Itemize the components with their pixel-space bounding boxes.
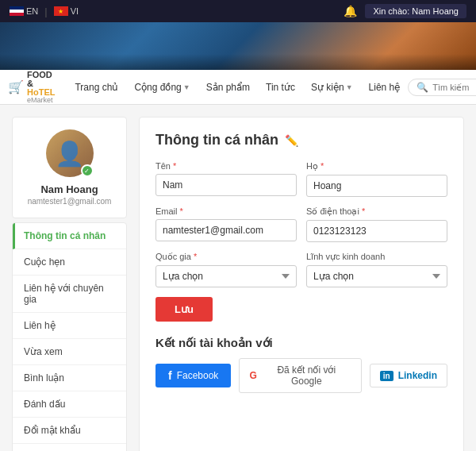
nav-home[interactable]: Trang chủ: [67, 70, 126, 105]
nav-contact[interactable]: Liên hệ: [361, 70, 409, 105]
last-name-group: Họ *: [306, 161, 447, 197]
chevron-down-icon: ▼: [183, 83, 190, 91]
sidebar-item-logout[interactable]: Đăng xuất: [13, 444, 126, 451]
logo-food: FOOD & HoTEL: [27, 71, 55, 97]
sidebar-menu: Thông tin cá nhân Cuộc hẹn Liên hệ với c…: [12, 222, 127, 451]
chevron-down-icon-2: ▼: [346, 83, 353, 91]
search-bar[interactable]: 🔍: [408, 79, 476, 96]
phone-group: Số điện thoại *: [306, 206, 447, 242]
phone-input[interactable]: [306, 220, 447, 242]
sidebar-item-change-password[interactable]: Đổi mật khẩu: [13, 418, 126, 444]
connect-title: Kết nối tài khoản với: [155, 336, 447, 350]
google-connect-button[interactable]: G Đã kết nối với Google: [239, 358, 361, 393]
email-group: Email *: [155, 206, 297, 242]
verified-badge: ✓: [81, 164, 94, 177]
sidebar-item-contact[interactable]: Liên hệ: [13, 313, 126, 339]
lang-en[interactable]: EN: [10, 6, 38, 16]
linkedin-icon: in: [380, 371, 393, 381]
first-name-input[interactable]: [155, 174, 297, 196]
phone-label: Số điện thoại *: [306, 206, 447, 217]
nav-events[interactable]: Sự kiện▼: [303, 70, 361, 105]
nav-community[interactable]: Cộng đồng▼: [126, 70, 198, 105]
profile-name: Nam Hoang: [21, 183, 118, 195]
navigation: 🛒 FOOD & HoTEL eMarket Trang chủ Cộng đồ…: [0, 70, 476, 105]
nav-items: Trang chủ Cộng đồng▼ Sản phẩm Tin tức Sự…: [67, 70, 408, 105]
sidebar-item-appointments[interactable]: Cuộc hẹn: [13, 249, 126, 276]
sidebar: ✓ Nam Hoang namtester1@gmail.com Thông t…: [12, 117, 127, 451]
country-industry-row: Quốc gia * Lựa chọn Lĩnh vực kinh doanh …: [155, 252, 447, 287]
email-label: Email *: [155, 206, 297, 216]
profile-card: ✓ Nam Hoang namtester1@gmail.com: [12, 117, 127, 218]
main-layout: ✓ Nam Hoang namtester1@gmail.com Thông t…: [0, 105, 476, 451]
nav-news[interactable]: Tin tức: [258, 70, 303, 105]
sidebar-item-personal[interactable]: Thông tin cá nhân: [13, 223, 126, 249]
logo-emarket: eMarket: [27, 97, 55, 104]
facebook-connect-button[interactable]: f Facebook: [155, 364, 231, 387]
flag-vn-icon: [54, 6, 68, 16]
google-icon: G: [249, 370, 256, 381]
save-button[interactable]: Lưu: [155, 297, 213, 322]
first-name-label: Tên *: [155, 161, 297, 171]
name-row: Tên * Họ *: [155, 161, 447, 197]
hero-image: [0, 22, 476, 70]
avatar-wrap: ✓: [46, 129, 94, 177]
connect-buttons: f Facebook G Đã kết nối với Google in Li…: [155, 358, 447, 393]
country-label: Quốc gia *: [155, 252, 297, 262]
nav-products[interactable]: Sản phẩm: [198, 70, 258, 105]
bell-icon[interactable]: 🔔: [344, 5, 357, 17]
sidebar-item-bookmarks[interactable]: Đánh dấu: [13, 391, 126, 418]
last-name-input[interactable]: [306, 175, 447, 197]
search-input[interactable]: [432, 83, 476, 92]
industry-select[interactable]: Lựa chọn: [306, 265, 447, 287]
greeting-text: Xin chào: Nam Hoang: [365, 4, 466, 18]
facebook-icon: f: [168, 369, 172, 382]
sidebar-item-recently-viewed[interactable]: Vừa xem: [13, 339, 126, 365]
lang-vi[interactable]: VI: [54, 6, 79, 16]
sidebar-item-expert[interactable]: Liên hệ với chuyên gia: [13, 276, 126, 313]
content-area: Thông tin cá nhân ✏️ Tên * Họ * Email * …: [139, 117, 464, 451]
first-name-group: Tên *: [155, 161, 297, 197]
email-input[interactable]: [155, 219, 297, 241]
logo[interactable]: 🛒 FOOD & HoTEL eMarket: [8, 71, 55, 104]
linkedin-connect-button[interactable]: in Linkedin: [370, 364, 447, 387]
country-select[interactable]: Lựa chọn: [155, 265, 297, 287]
edit-icon[interactable]: ✏️: [285, 134, 298, 147]
content-title: Thông tin cá nhân ✏️: [155, 132, 447, 148]
language-switcher: EN | VI: [10, 6, 79, 17]
country-group: Quốc gia * Lựa chọn: [155, 252, 297, 287]
top-bar-right: 🔔 Xin chào: Nam Hoang: [344, 4, 466, 18]
top-bar: EN | VI 🔔 Xin chào: Nam Hoang: [0, 0, 476, 22]
flag-uk-icon: [10, 6, 24, 16]
cart-icon: 🛒: [8, 79, 24, 94]
logo-text: FOOD & HoTEL eMarket: [27, 71, 55, 104]
industry-group: Lĩnh vực kinh doanh Lựa chọn: [306, 252, 447, 287]
last-name-label: Họ *: [306, 161, 447, 172]
search-icon: 🔍: [416, 82, 428, 93]
profile-email: namtester1@gmail.com: [21, 197, 118, 206]
email-phone-row: Email * Số điện thoại *: [155, 206, 447, 242]
sidebar-item-comments[interactable]: Bình luận: [13, 365, 126, 391]
industry-label: Lĩnh vực kinh doanh: [306, 252, 447, 262]
